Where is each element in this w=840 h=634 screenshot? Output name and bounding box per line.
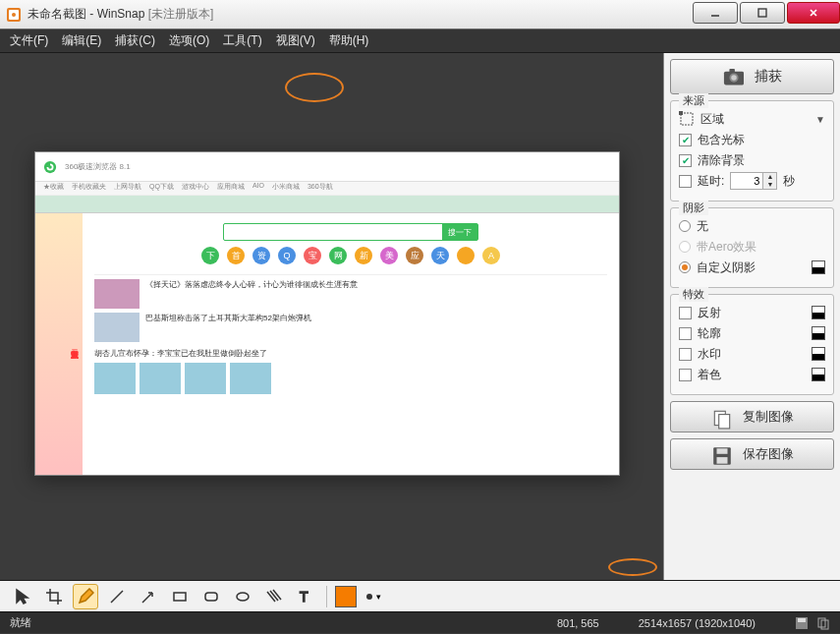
copy-image-button[interactable]: 复制图像 — [670, 401, 834, 432]
separator — [326, 586, 327, 607]
camera-icon — [723, 68, 745, 86]
shadow-none-radio[interactable]: 无 — [679, 217, 825, 235]
svg-rect-21 — [174, 593, 186, 601]
tool-arrow[interactable] — [136, 584, 161, 609]
tool-roundrect[interactable] — [198, 584, 224, 609]
tool-pen[interactable] — [73, 584, 98, 609]
shadow-panel: 阴影 无 带Aero效果 自定义阴影 — [670, 207, 834, 288]
browser-addressbar: 360极速浏览器 8.1 — [35, 152, 619, 182]
search-box: 搜一下 — [223, 223, 478, 241]
svg-point-10 — [731, 75, 736, 80]
checkbox-icon: ✔ — [679, 154, 692, 167]
capture-button[interactable]: 捕获 — [670, 59, 834, 94]
minimize-button[interactable] — [693, 2, 738, 24]
effect-tint-checkbox[interactable]: ✔ 着色 — [679, 366, 825, 383]
app-icon — [6, 7, 22, 23]
save-image-button[interactable]: 保存图像 — [670, 438, 834, 470]
svg-point-7 — [44, 160, 56, 172]
menu-view[interactable]: 视图(V) — [276, 32, 315, 49]
news-headline: 胡杏儿宣布怀孕：李宝宝已在我肚里做倒卧起坐了 — [94, 348, 607, 359]
side-advertisement: 萝莉大宝贝二万派集结 — [35, 213, 83, 475]
color-swatch[interactable] — [812, 347, 825, 361]
checkbox-icon: ✔ — [679, 134, 692, 146]
source-region-dropdown[interactable]: 区域 ▼ — [679, 110, 825, 128]
svg-rect-22 — [205, 593, 217, 601]
svg-point-2 — [12, 13, 16, 17]
color-swatch[interactable] — [812, 368, 825, 381]
menu-options[interactable]: 选项(O) — [169, 32, 209, 49]
region-icon — [679, 111, 695, 127]
tool-blur[interactable] — [261, 584, 287, 609]
include-cursor-checkbox[interactable]: ✔ 包含光标 — [679, 131, 825, 148]
close-button[interactable] — [787, 2, 840, 24]
checkbox-icon: ✔ — [679, 348, 692, 361]
svg-line-26 — [273, 590, 281, 600]
svg-rect-18 — [716, 457, 727, 464]
effects-panel: 特效 ✔ 反射 ✔ 轮廓 ✔ 水印 ✔ 着色 — [670, 294, 834, 395]
effect-reflect-checkbox[interactable]: ✔ 反射 — [679, 304, 825, 321]
thickness-picker[interactable]: ▾ — [366, 592, 381, 602]
window-title: 未命名截图 - WinSnap [未注册版本] — [28, 6, 691, 23]
maximize-button[interactable] — [740, 2, 785, 24]
thumbnail-row — [94, 363, 607, 394]
side-panel: 捕获 来源 区域 ▼ ✔ 包含光标 ✔ 清除背景 ✔ 延时: — [663, 53, 840, 580]
color-picker[interactable] — [335, 586, 357, 607]
tool-text[interactable]: T — [293, 584, 318, 609]
tool-ellipse[interactable] — [230, 584, 255, 609]
svg-text:T: T — [300, 589, 308, 605]
svg-rect-15 — [718, 415, 729, 429]
tool-crop[interactable] — [41, 584, 67, 609]
tool-rect[interactable] — [167, 584, 193, 609]
effect-watermark-checkbox[interactable]: ✔ 水印 — [679, 345, 825, 363]
panel-legend: 特效 — [679, 287, 708, 302]
menu-help[interactable]: 帮助(H) — [329, 32, 369, 49]
menu-edit[interactable]: 编辑(E) — [62, 32, 101, 49]
color-swatch[interactable] — [812, 306, 825, 319]
svg-line-25 — [270, 591, 278, 601]
annotation-stroke — [285, 73, 344, 102]
delay-input[interactable] — [730, 172, 763, 190]
bookmarks-bar: ★收藏手机收藏夹上网导航QQ下载游戏中心应用商城AIO小米商城360导航 — [35, 182, 619, 196]
canvas-area[interactable]: 360极速浏览器 8.1 ★收藏手机收藏夹上网导航QQ下载游戏中心应用商城AIO… — [0, 53, 663, 580]
effect-outline-checkbox[interactable]: ✔ 轮廓 — [679, 324, 825, 342]
status-dimensions: 2514x1657 (1920x1040) — [639, 617, 756, 629]
captured-image: 360极速浏览器 8.1 ★收藏手机收藏夹上网导航QQ下载游戏中心应用商城AIO… — [34, 151, 620, 476]
radio-icon — [679, 220, 691, 232]
quick-launch-icons: 下首资Q宝网新美应天A — [94, 247, 607, 264]
panel-legend: 阴影 — [679, 201, 708, 215]
menu-bar: 文件(F) 编辑(E) 捕获(C) 选项(O) 工具(T) 视图(V) 帮助(H… — [0, 29, 840, 53]
checkbox-icon: ✔ — [679, 307, 692, 319]
checkbox-icon: ✔ — [679, 175, 692, 188]
tool-pointer[interactable] — [10, 584, 35, 609]
svg-line-24 — [267, 592, 275, 602]
menu-file[interactable]: 文件(F) — [10, 32, 48, 49]
delay-spinner[interactable]: ▲▼ — [730, 172, 777, 190]
svg-line-20 — [142, 593, 152, 603]
copy-icon — [711, 408, 733, 426]
status-ready: 就绪 — [10, 615, 31, 630]
radio-icon — [679, 261, 691, 273]
status-bar: 就绪 801, 565 2514x1657 (1920x1040) — [0, 611, 840, 633]
svg-rect-13 — [679, 111, 683, 115]
svg-rect-17 — [716, 448, 727, 454]
save-icon — [711, 445, 733, 463]
source-panel: 来源 区域 ▼ ✔ 包含光标 ✔ 清除背景 ✔ 延时: ▲▼ — [670, 100, 834, 202]
spinner-arrows[interactable]: ▲▼ — [763, 172, 777, 190]
delay-row[interactable]: ✔ 延时: ▲▼ 秒 — [679, 172, 825, 190]
status-copy-icon[interactable] — [816, 616, 830, 630]
menu-capture[interactable]: 捕获(C) — [115, 32, 155, 49]
checkbox-icon: ✔ — [679, 327, 692, 340]
tool-line[interactable] — [104, 584, 130, 609]
status-save-icon[interactable] — [795, 616, 809, 630]
color-swatch[interactable] — [812, 326, 825, 340]
browser-tabs — [35, 196, 619, 213]
shadow-custom-radio[interactable]: 自定义阴影 — [679, 259, 825, 276]
svg-rect-29 — [798, 618, 806, 622]
menu-tools[interactable]: 工具(T) — [223, 32, 261, 49]
clear-background-checkbox[interactable]: ✔ 清除背景 — [679, 151, 825, 169]
color-swatch[interactable] — [812, 260, 825, 274]
news-item: 《择天记》落落虐恋终令人心碎，计心为谁徘徊成长生涯有意 — [94, 279, 607, 309]
annotation-stroke — [608, 558, 657, 576]
shadow-aero-radio: 带Aero效果 — [679, 238, 825, 256]
status-coords: 801, 565 — [557, 617, 599, 629]
